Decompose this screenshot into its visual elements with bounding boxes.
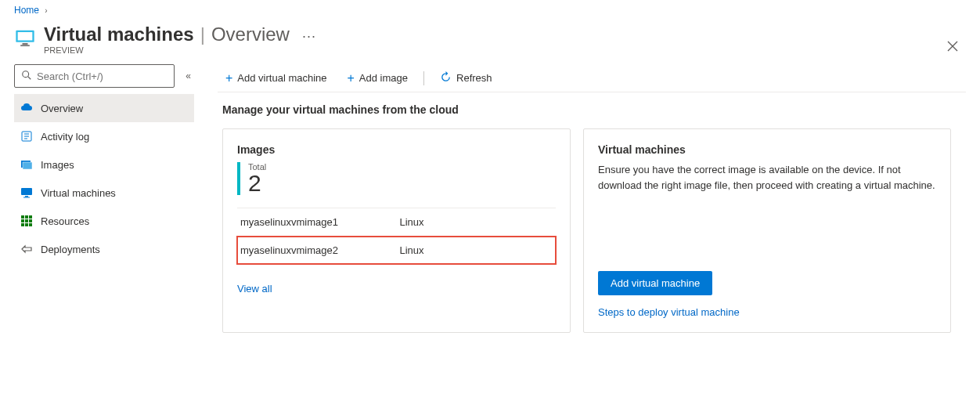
svg-point-4 [23, 70, 29, 77]
svg-rect-19 [25, 219, 28, 222]
vm-card-title: Virtual machines [598, 143, 936, 156]
svg-rect-16 [25, 215, 28, 219]
svg-rect-12 [21, 188, 32, 195]
table-row[interactable]: myaselinuxvmimage1 Linux [237, 208, 556, 237]
view-all-link[interactable]: View all [237, 283, 272, 295]
svg-rect-11 [23, 162, 32, 169]
vm-card-description: Ensure you have the correct image is ava… [598, 162, 936, 193]
image-os-cell: Linux [397, 237, 557, 265]
preview-label: PREVIEW [44, 45, 966, 55]
breadcrumb-home[interactable]: Home [14, 5, 39, 16]
plus-icon: + [225, 71, 232, 85]
sidebar-item-overview[interactable]: Overview [14, 94, 194, 122]
svg-rect-22 [25, 223, 28, 226]
page-title: Virtual machines [44, 23, 194, 45]
svg-rect-20 [29, 219, 32, 222]
search-input[interactable] [37, 70, 168, 82]
svg-line-5 [28, 76, 31, 79]
accent-bar [237, 162, 240, 195]
sidebar-item-deployments[interactable]: Deployments [14, 235, 194, 263]
svg-rect-13 [25, 196, 28, 197]
title-separator: | [200, 23, 205, 45]
table-row[interactable]: myaselinuxvmimage2 Linux [237, 237, 556, 265]
cmd-label: Refresh [456, 72, 492, 84]
plus-icon: + [348, 71, 355, 85]
cloud-icon [20, 102, 33, 114]
page-header: Virtual machines | Overview ··· PREVIEW [0, 20, 980, 61]
more-actions-button[interactable]: ··· [302, 28, 316, 45]
image-name-cell: myaselinuxvmimage1 [237, 208, 397, 237]
cmd-label: Add virtual machine [237, 72, 326, 84]
vm-resource-icon [14, 27, 36, 49]
svg-rect-17 [29, 215, 32, 219]
svg-rect-14 [23, 197, 30, 198]
svg-rect-21 [21, 223, 24, 226]
add-vm-button[interactable]: + Add virtual machine [218, 64, 335, 92]
sidebar-item-label: Overview [41, 103, 83, 114]
main-content: + Add virtual machine + Add image Refres… [194, 64, 966, 333]
divider [423, 71, 424, 85]
add-image-button[interactable]: + Add image [340, 64, 416, 92]
sidebar-item-resources[interactable]: Resources [14, 207, 194, 235]
total-count: 2 [248, 172, 266, 195]
image-os-cell: Linux [397, 208, 557, 237]
vm-icon [20, 186, 33, 199]
search-icon [21, 70, 32, 83]
steps-link[interactable]: Steps to deploy virtual machine [598, 306, 936, 318]
sidebar-item-label: Images [41, 159, 74, 171]
collapse-sidebar-icon[interactable]: « [182, 67, 194, 85]
svg-rect-2 [23, 43, 28, 45]
svg-rect-15 [21, 215, 24, 219]
images-icon [20, 158, 33, 171]
svg-rect-23 [29, 223, 32, 226]
cmd-label: Add image [359, 72, 408, 84]
sidebar-item-label: Deployments [41, 244, 100, 255]
subheader: Manage your virtual machines from the cl… [222, 103, 966, 116]
refresh-button[interactable]: Refresh [432, 64, 500, 92]
sidebar-item-label: Resources [41, 215, 89, 227]
add-vm-primary-button[interactable]: Add virtual machine [598, 271, 712, 295]
sidebar-item-label: Activity log [41, 131, 89, 143]
svg-rect-18 [21, 219, 24, 222]
sidebar-item-images[interactable]: Images [14, 150, 194, 179]
svg-rect-3 [20, 45, 30, 46]
sidebar-item-activitylog[interactable]: Activity log [14, 122, 194, 150]
images-card-title: Images [237, 143, 556, 156]
deployments-icon [20, 243, 33, 255]
breadcrumb: Home › [0, 0, 980, 20]
vm-card: Virtual machines Ensure you have the cor… [583, 128, 951, 333]
sidebar: « Overview Activity log Images Virtual m… [14, 64, 194, 333]
chevron-right-icon: › [45, 6, 47, 15]
log-icon [20, 130, 33, 143]
image-name-cell: myaselinuxvmimage2 [237, 237, 397, 265]
sidebar-search[interactable] [14, 64, 175, 88]
images-table: myaselinuxvmimage1 Linux myaselinuxvmima… [237, 208, 556, 264]
close-icon[interactable] [944, 38, 961, 57]
sidebar-item-vms[interactable]: Virtual machines [14, 179, 194, 207]
command-bar: + Add virtual machine + Add image Refres… [218, 64, 966, 92]
resources-icon [20, 215, 33, 227]
svg-rect-1 [18, 32, 33, 41]
page-section: Overview [211, 23, 290, 45]
sidebar-item-label: Virtual machines [41, 187, 116, 199]
refresh-icon [440, 71, 452, 85]
images-card: Images Total 2 myaselinuxvmimage1 Linux … [222, 128, 571, 333]
